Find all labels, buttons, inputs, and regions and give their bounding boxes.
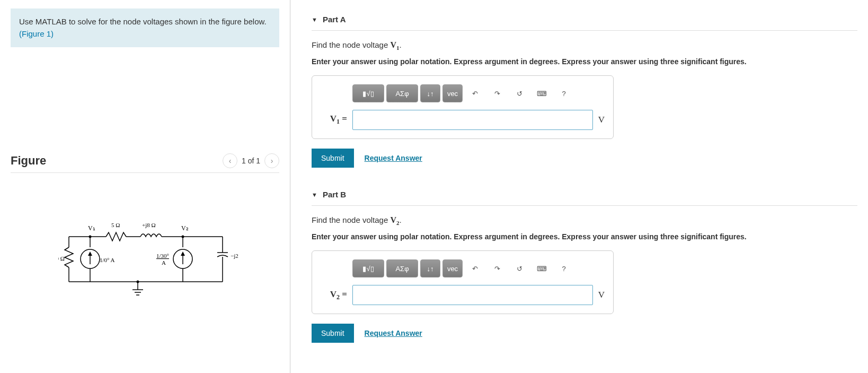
prompt-var: V <box>390 40 396 49</box>
c-j20-label: −j20 Ω <box>231 253 238 259</box>
reset-button[interactable]: ↺ <box>509 84 529 102</box>
figure-section: Figure ‹ 1 of 1 › V₁ <box>11 153 279 306</box>
label-var: V <box>330 114 336 124</box>
part-a-header[interactable]: ▼ Part A <box>312 8 857 31</box>
templates-icon: ▮√▯ <box>362 90 374 98</box>
part-b-prompt: Find the node voltage V2. <box>312 215 857 226</box>
undo-icon: ↶ <box>472 265 478 273</box>
prompt-suffix: . <box>400 40 402 49</box>
redo-icon: ↷ <box>494 265 500 273</box>
node-v2-label: V₂ <box>181 224 189 232</box>
redo-button[interactable]: ↷ <box>487 259 507 277</box>
instruction-box: Use MATLAB to solve for the node voltage… <box>11 8 279 47</box>
vec-icon: vec <box>447 265 458 273</box>
right-panel: ▼ Part A Find the node voltage V1. Enter… <box>290 0 868 373</box>
vec-icon: vec <box>447 90 458 98</box>
part-a-request-answer-link[interactable]: Request Answer <box>365 154 422 162</box>
part-a-title: Part A <box>323 15 346 24</box>
figure-counter: 1 of 1 <box>242 157 260 165</box>
r-5ohm-label: 5 Ω <box>111 222 120 228</box>
prev-figure-button[interactable]: ‹ <box>223 153 237 168</box>
circuit-diagram: V₁ 5 Ω +j8 Ω V₂ <box>58 221 238 306</box>
caret-down-icon: ▼ <box>312 192 317 198</box>
reset-icon: ↺ <box>517 90 522 98</box>
part-b-body: Find the node voltage V2. Enter your ans… <box>312 206 857 343</box>
greek-button[interactable]: ΑΣφ <box>386 84 418 102</box>
help-button[interactable]: ? <box>554 259 574 277</box>
undo-icon: ↶ <box>472 90 478 98</box>
part-a-actions: Submit Request Answer <box>312 149 857 168</box>
part-b-answer-box: ▮√▯ ΑΣφ ↓↑ vec ↶ ↷ ↺ ⌨ ? V2 = V <box>312 250 614 314</box>
reset-button[interactable]: ↺ <box>509 259 529 277</box>
r-20ohm-label: 20 Ω <box>58 255 65 262</box>
prompt-var: V <box>390 215 396 224</box>
part-b-request-answer-link[interactable]: Request Answer <box>365 329 422 337</box>
i2-bot-label: A <box>162 259 166 266</box>
part-b-unit: V <box>598 290 605 300</box>
subsup-icon: ↓↑ <box>427 265 434 273</box>
templates-button[interactable]: ▮√▯ <box>352 259 384 277</box>
figure-header: Figure ‹ 1 of 1 › <box>11 153 279 173</box>
keyboard-button[interactable]: ⌨ <box>532 84 552 102</box>
help-icon: ? <box>562 265 565 273</box>
left-panel: Use MATLAB to solve for the node voltage… <box>0 0 290 373</box>
part-b-instruction: Enter your answer using polar notation. … <box>312 232 857 241</box>
svg-marker-16 <box>88 251 92 256</box>
prompt-prefix: Find the node voltage <box>312 215 390 224</box>
instruction-text: Use MATLAB to solve for the node voltage… <box>19 17 267 26</box>
subsup-button[interactable]: ↓↑ <box>420 84 440 102</box>
part-a-toolbar: ▮√▯ ΑΣφ ↓↑ vec ↶ ↷ ↺ ⌨ ? <box>352 84 605 102</box>
caret-down-icon: ▼ <box>312 16 317 23</box>
vec-button[interactable]: vec <box>442 259 463 277</box>
i2-top-label: 1/30° <box>156 253 169 259</box>
part-b-input-label: V2 = <box>321 289 347 301</box>
greek-button[interactable]: ΑΣφ <box>386 259 418 277</box>
greek-icon: ΑΣφ <box>395 90 409 98</box>
next-figure-button[interactable]: › <box>264 153 279 168</box>
part-b-section: ▼ Part B Find the node voltage V2. Enter… <box>312 184 857 343</box>
part-b-title: Part B <box>323 190 346 199</box>
part-a-answer-box: ▮√▯ ΑΣφ ↓↑ vec ↶ ↷ ↺ ⌨ ? V1 = V <box>312 75 614 139</box>
keyboard-icon: ⌨ <box>537 265 547 273</box>
node-v1-label: V₁ <box>88 224 95 232</box>
prompt-suffix: . <box>400 215 402 224</box>
subsup-button[interactable]: ↓↑ <box>420 259 440 277</box>
part-a-submit-button[interactable]: Submit <box>312 149 354 168</box>
part-a-section: ▼ Part A Find the node voltage V1. Enter… <box>312 8 857 168</box>
keyboard-button[interactable]: ⌨ <box>532 259 552 277</box>
reset-icon: ↺ <box>517 265 522 273</box>
undo-button[interactable]: ↶ <box>465 259 485 277</box>
figure-nav: ‹ 1 of 1 › <box>223 153 279 168</box>
greek-icon: ΑΣφ <box>395 265 409 273</box>
redo-button[interactable]: ↷ <box>487 84 507 102</box>
chevron-right-icon: › <box>271 157 273 165</box>
redo-icon: ↷ <box>494 90 500 98</box>
label-var: V <box>330 289 336 299</box>
part-b-answer-input[interactable] <box>352 285 593 305</box>
figure-title: Figure <box>11 154 46 168</box>
part-b-actions: Submit Request Answer <box>312 324 857 343</box>
part-a-unit: V <box>598 115 605 125</box>
vec-button[interactable]: vec <box>442 84 463 102</box>
keyboard-icon: ⌨ <box>537 90 547 98</box>
part-b-toolbar: ▮√▯ ΑΣφ ↓↑ vec ↶ ↷ ↺ ⌨ ? <box>352 259 605 277</box>
part-b-input-row: V2 = V <box>321 285 605 305</box>
part-a-answer-input[interactable] <box>352 110 593 130</box>
part-a-prompt: Find the node voltage V1. <box>312 40 857 51</box>
help-button[interactable]: ? <box>554 84 574 102</box>
chevron-left-icon: ‹ <box>229 157 232 165</box>
label-eq: = <box>340 289 347 299</box>
templates-button[interactable]: ▮√▯ <box>352 84 384 102</box>
figure-link[interactable]: (Figure 1) <box>19 29 54 38</box>
label-eq: = <box>340 114 347 124</box>
part-a-input-label: V1 = <box>321 114 347 126</box>
part-b-header[interactable]: ▼ Part B <box>312 184 857 206</box>
undo-button[interactable]: ↶ <box>465 84 485 102</box>
subsup-icon: ↓↑ <box>427 90 434 98</box>
templates-icon: ▮√▯ <box>362 265 374 273</box>
part-b-submit-button[interactable]: Submit <box>312 324 354 343</box>
part-a-instruction: Enter your answer using polar notation. … <box>312 57 857 66</box>
help-icon: ? <box>562 90 565 98</box>
i1-label: 1/0° A <box>100 257 115 263</box>
part-a-input-row: V1 = V <box>321 110 605 130</box>
